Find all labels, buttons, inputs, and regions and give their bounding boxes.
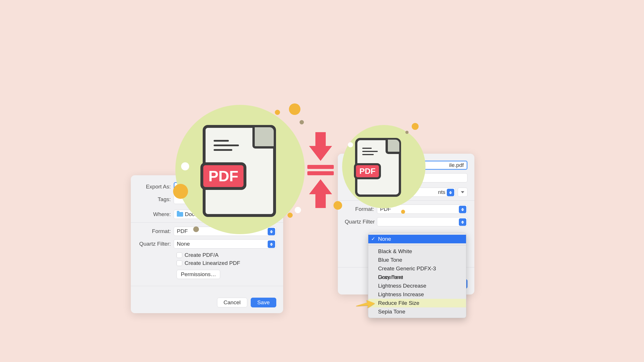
dot-icon: [405, 131, 409, 134]
menu-item[interactable]: Lightness Increase: [368, 290, 466, 299]
pointer-arrow-icon: [355, 297, 375, 309]
tags-label: Tags:: [138, 196, 174, 203]
dot-icon: [295, 207, 301, 213]
pdf-badge-small: PDF: [354, 163, 381, 179]
quartz-filter-select-right[interactable]: [377, 217, 467, 226]
compress-icon: [303, 129, 338, 211]
dot-icon: [348, 142, 353, 147]
chevrons-icon: [268, 228, 275, 235]
create-pdfa-checkbox[interactable]: [177, 252, 182, 258]
svg-marker-0: [309, 132, 332, 161]
create-pdfa-label: Create PDF/A: [185, 252, 218, 258]
dot-icon: [289, 103, 300, 115]
export-as-label: Export As:: [138, 184, 174, 190]
chevrons-icon: [459, 218, 466, 226]
dot-icon: [288, 213, 293, 218]
pdf-big-icon: PDF: [203, 125, 276, 217]
quartz-filter-select[interactable]: None: [174, 239, 276, 249]
format-value: PDF: [177, 228, 188, 234]
svg-marker-3: [309, 179, 332, 208]
create-linearized-checkbox[interactable]: [177, 260, 182, 266]
menu-item[interactable]: Lightness Decrease: [368, 282, 466, 290]
cancel-button[interactable]: Cancel: [217, 298, 247, 307]
menu-item[interactable]: Sepia Tone: [368, 307, 466, 316]
pdf-badge-big: PDF: [200, 162, 246, 190]
folder-icon: [177, 212, 183, 217]
dot-icon: [275, 110, 280, 115]
where-label: Where:: [138, 211, 174, 217]
chevrons-icon: [268, 240, 275, 248]
filter-label: Quartz Filter:: [138, 241, 174, 247]
format-label-right: Format:: [345, 206, 377, 212]
pdf-small-icon: PDF: [355, 138, 401, 197]
dot-icon: [300, 120, 304, 124]
filter-label-right: Quartz Filter: [345, 219, 377, 225]
chevrons-icon: [459, 206, 466, 213]
permissions-button[interactable]: Permissions…: [177, 270, 220, 279]
chevron-down-icon: [461, 191, 464, 193]
expand-button[interactable]: [458, 188, 467, 197]
format-label: Format:: [138, 228, 174, 234]
menu-item[interactable]: Create Generic PDFX-3 Document: [368, 264, 466, 273]
dot-icon: [412, 123, 419, 130]
menu-item[interactable]: Blue Tone: [368, 256, 466, 264]
dot-icon: [193, 226, 199, 232]
where-value-partial: nts: [438, 189, 445, 195]
dot-icon: [181, 162, 189, 170]
dot-icon: [173, 184, 188, 199]
dot-icon: [401, 210, 405, 214]
menu-item[interactable]: Reduce File Size: [368, 299, 466, 307]
dot-icon: [334, 201, 342, 210]
filter-value: None: [177, 241, 190, 247]
quartz-filter-menu: None Black & WhiteBlue ToneCreate Generi…: [368, 233, 466, 318]
menu-item[interactable]: Gray Tone: [368, 273, 466, 282]
svg-rect-1: [307, 165, 334, 169]
create-linearized-label: Create Linearized PDF: [185, 260, 240, 266]
chevrons-icon: [447, 189, 454, 196]
menu-item[interactable]: Black & White: [368, 247, 466, 256]
menu-item-none[interactable]: None: [368, 235, 466, 243]
svg-rect-2: [307, 171, 334, 175]
save-button[interactable]: Save: [251, 298, 276, 307]
